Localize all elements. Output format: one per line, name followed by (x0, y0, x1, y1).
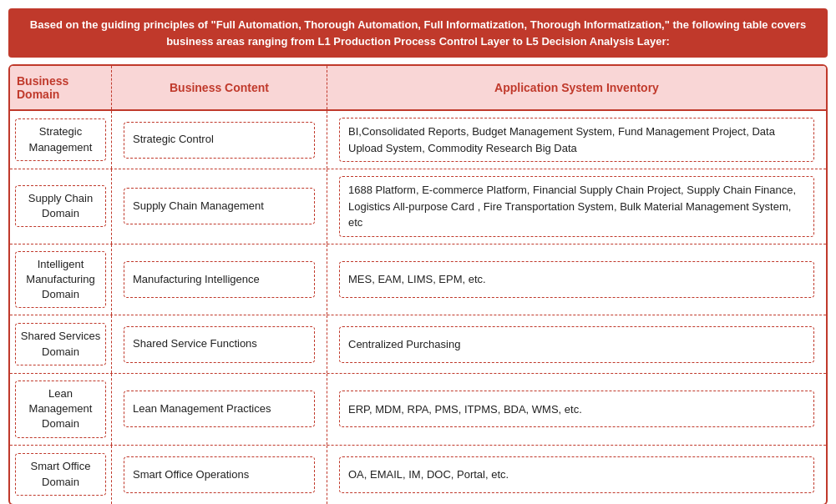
domain-label: Smart Office Domain (19, 459, 102, 489)
inventory-text: OA, EMAIL, IM, DOC, Portal, etc. (348, 466, 509, 483)
table-row: Shared Services Domain Shared Service Fu… (10, 315, 826, 374)
cell-domain: Lean Management Domain (10, 374, 112, 445)
cell-inventory: OA, EMAIL, IM, DOC, Portal, etc. (327, 446, 826, 504)
table-row: Smart Office Domain Smart Office Operati… (10, 446, 826, 504)
cell-domain: Supply Chain Domain (10, 169, 112, 244)
col-content-header: Business Content (112, 66, 327, 109)
cell-domain: Smart Office Domain (10, 446, 112, 504)
cell-inventory: BI,Consolidated Reports, Budget Manageme… (327, 111, 826, 169)
cell-content: Smart Office Operations (112, 446, 327, 504)
cell-content: Lean Management Practices (112, 374, 327, 445)
cell-inventory: 1688 Platform, E-commerce Platform, Fina… (327, 169, 826, 244)
domain-label: Supply Chain Domain (19, 191, 102, 221)
cell-inventory: Centralized Purchasing (327, 315, 826, 373)
content-label: Lean Management Practices (133, 401, 271, 416)
cell-domain: Strategic Management (10, 111, 112, 169)
col-domain-header: Business Domain (10, 66, 112, 109)
content-label: Shared Service Functions (133, 336, 257, 351)
table-row: Supply Chain Domain Supply Chain Managem… (10, 169, 826, 244)
content-label: Strategic Control (133, 132, 214, 147)
inventory-text: ERP, MDM, RPA, PMS, ITPMS, BDA, WMS, etc… (348, 401, 582, 418)
cell-content: Supply Chain Management (112, 169, 327, 244)
table-row: Lean Management Domain Lean Management P… (10, 374, 826, 446)
col-inventory-header: Application System Inventory (327, 66, 826, 109)
header-text: Based on the guiding principles of "Full… (30, 18, 806, 48)
cell-content: Shared Service Functions (112, 315, 327, 373)
inventory-text: Centralized Purchasing (348, 336, 460, 353)
table-row: Strategic Management Strategic Control B… (10, 111, 826, 169)
domain-label: Lean Management Domain (19, 386, 102, 432)
table-header-row: Business Domain Business Content Applica… (10, 66, 826, 111)
header-banner: Based on the guiding principles of "Full… (8, 8, 828, 58)
domain-label: Strategic Management (19, 124, 102, 154)
inventory-text: MES, EAM, LIMS, EPM, etc. (348, 271, 486, 288)
content-label: Supply Chain Management (133, 199, 264, 214)
inventory-text: 1688 Platform, E-commerce Platform, Fina… (348, 182, 805, 231)
cell-content: Manufacturing Intelligence (112, 244, 327, 315)
inventory-text: BI,Consolidated Reports, Budget Manageme… (348, 123, 805, 156)
main-table: Business Domain Business Content Applica… (8, 64, 828, 504)
cell-domain: Intelligent Manufacturing Domain (10, 244, 112, 315)
content-label: Smart Office Operations (133, 467, 249, 482)
table-row: Intelligent Manufacturing Domain Manufac… (10, 244, 826, 316)
domain-label: Intelligent Manufacturing Domain (19, 257, 102, 303)
cell-content: Strategic Control (112, 111, 327, 169)
cell-domain: Shared Services Domain (10, 315, 112, 373)
content-label: Manufacturing Intelligence (133, 272, 260, 287)
domain-label: Shared Services Domain (19, 329, 102, 359)
cell-inventory: ERP, MDM, RPA, PMS, ITPMS, BDA, WMS, etc… (327, 374, 826, 445)
cell-inventory: MES, EAM, LIMS, EPM, etc. (327, 244, 826, 315)
